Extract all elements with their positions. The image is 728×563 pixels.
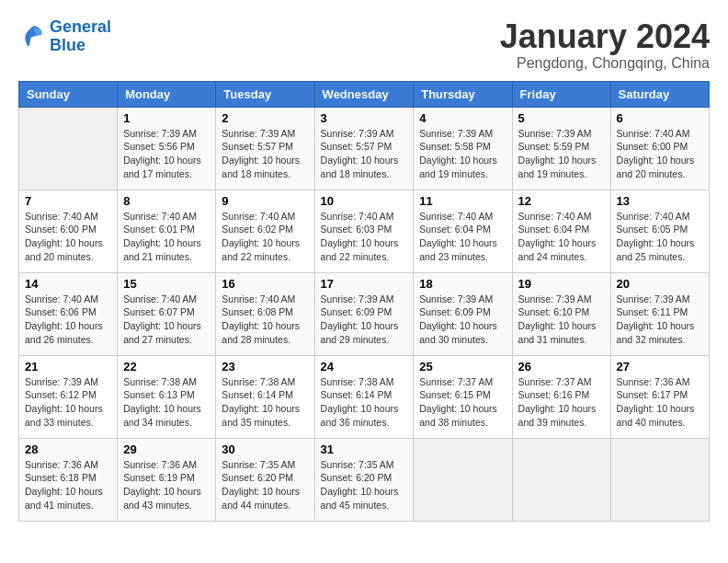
calendar-cell: 15Sunrise: 7:40 AMSunset: 6:07 PMDayligh… xyxy=(118,272,216,355)
day-number: 24 xyxy=(321,360,408,373)
calendar-cell: 24Sunrise: 7:38 AMSunset: 6:14 PMDayligh… xyxy=(314,355,414,438)
calendar-cell: 11Sunrise: 7:40 AMSunset: 6:04 PMDayligh… xyxy=(414,190,512,272)
day-number: 26 xyxy=(518,360,605,373)
day-number: 18 xyxy=(419,277,506,291)
day-info: Sunrise: 7:39 AMSunset: 5:58 PMDaylight:… xyxy=(419,127,506,181)
day-number: 29 xyxy=(123,442,210,456)
calendar-cell: 20Sunrise: 7:39 AMSunset: 6:11 PMDayligh… xyxy=(610,272,709,355)
day-info: Sunrise: 7:39 AMSunset: 6:09 PMDaylight:… xyxy=(419,293,506,347)
day-number: 6 xyxy=(617,111,703,125)
day-number: 13 xyxy=(617,194,703,208)
calendar-cell: 6Sunrise: 7:40 AMSunset: 6:00 PMDaylight… xyxy=(610,107,709,190)
calendar-cell: 7Sunrise: 7:40 AMSunset: 6:00 PMDaylight… xyxy=(19,190,118,272)
day-info: Sunrise: 7:36 AMSunset: 6:17 PMDaylight:… xyxy=(617,375,703,430)
calendar-cell xyxy=(512,438,610,521)
calendar-cell xyxy=(19,107,118,190)
calendar-cell xyxy=(414,438,512,521)
day-number: 17 xyxy=(321,277,408,291)
day-number: 20 xyxy=(617,277,703,291)
calendar-cell: 29Sunrise: 7:36 AMSunset: 6:19 PMDayligh… xyxy=(118,438,216,521)
day-info: Sunrise: 7:40 AMSunset: 6:00 PMDaylight:… xyxy=(617,127,703,181)
logo-text: General Blue xyxy=(50,18,111,55)
day-number: 31 xyxy=(321,442,408,456)
day-number: 14 xyxy=(25,277,111,291)
day-info: Sunrise: 7:39 AMSunset: 5:57 PMDaylight:… xyxy=(222,127,308,181)
day-number: 4 xyxy=(419,111,506,125)
calendar-cell: 14Sunrise: 7:40 AMSunset: 6:06 PMDayligh… xyxy=(19,272,118,355)
day-number: 16 xyxy=(222,277,308,291)
day-info: Sunrise: 7:40 AMSunset: 6:01 PMDaylight:… xyxy=(123,210,210,264)
day-number: 8 xyxy=(123,194,210,208)
location: Pengdong, Chongqing, China xyxy=(500,55,710,72)
day-info: Sunrise: 7:38 AMSunset: 6:14 PMDaylight:… xyxy=(222,375,308,430)
day-info: Sunrise: 7:39 AMSunset: 5:57 PMDaylight:… xyxy=(321,127,408,181)
day-info: Sunrise: 7:37 AMSunset: 6:15 PMDaylight:… xyxy=(419,375,506,430)
title-block: January 2024 Pengdong, Chongqing, China xyxy=(500,18,710,72)
calendar-cell: 31Sunrise: 7:35 AMSunset: 6:20 PMDayligh… xyxy=(314,438,414,521)
day-info: Sunrise: 7:39 AMSunset: 6:12 PMDaylight:… xyxy=(25,375,111,430)
calendar-cell: 2Sunrise: 7:39 AMSunset: 5:57 PMDaylight… xyxy=(216,107,314,190)
month-title: January 2024 xyxy=(500,18,710,55)
day-info: Sunrise: 7:39 AMSunset: 5:59 PMDaylight:… xyxy=(518,127,605,181)
day-number: 5 xyxy=(518,111,605,125)
calendar-cell: 5Sunrise: 7:39 AMSunset: 5:59 PMDaylight… xyxy=(512,107,610,190)
calendar-cell: 13Sunrise: 7:40 AMSunset: 6:05 PMDayligh… xyxy=(610,190,709,272)
day-info: Sunrise: 7:38 AMSunset: 6:14 PMDaylight:… xyxy=(321,375,408,430)
day-info: Sunrise: 7:38 AMSunset: 6:13 PMDaylight:… xyxy=(123,375,210,430)
calendar-cell: 1Sunrise: 7:39 AMSunset: 5:56 PMDaylight… xyxy=(118,107,216,190)
header-sunday: Sunday xyxy=(19,81,118,107)
day-number: 19 xyxy=(518,277,605,291)
day-info: Sunrise: 7:40 AMSunset: 6:08 PMDaylight:… xyxy=(222,293,308,347)
header-tuesday: Tuesday xyxy=(216,81,314,107)
day-info: Sunrise: 7:40 AMSunset: 6:07 PMDaylight:… xyxy=(123,293,210,347)
calendar-cell: 8Sunrise: 7:40 AMSunset: 6:01 PMDaylight… xyxy=(118,190,216,272)
day-info: Sunrise: 7:39 AMSunset: 6:10 PMDaylight:… xyxy=(518,293,605,347)
calendar-cell: 25Sunrise: 7:37 AMSunset: 6:15 PMDayligh… xyxy=(414,355,512,438)
day-info: Sunrise: 7:39 AMSunset: 6:09 PMDaylight:… xyxy=(321,293,408,347)
logo: General Blue xyxy=(18,18,111,55)
calendar-cell: 10Sunrise: 7:40 AMSunset: 6:03 PMDayligh… xyxy=(314,190,414,272)
day-info: Sunrise: 7:40 AMSunset: 6:04 PMDaylight:… xyxy=(419,210,506,264)
calendar-cell: 23Sunrise: 7:38 AMSunset: 6:14 PMDayligh… xyxy=(216,355,314,438)
calendar-cell: 9Sunrise: 7:40 AMSunset: 6:02 PMDaylight… xyxy=(216,190,314,272)
calendar-table: SundayMondayTuesdayWednesdayThursdayFrid… xyxy=(18,81,710,522)
day-info: Sunrise: 7:35 AMSunset: 6:20 PMDaylight:… xyxy=(321,458,408,512)
day-info: Sunrise: 7:36 AMSunset: 6:18 PMDaylight:… xyxy=(25,458,111,512)
day-number: 3 xyxy=(321,111,408,125)
day-info: Sunrise: 7:39 AMSunset: 5:56 PMDaylight:… xyxy=(123,127,210,181)
day-number: 23 xyxy=(222,360,308,373)
calendar-cell: 22Sunrise: 7:38 AMSunset: 6:13 PMDayligh… xyxy=(118,355,216,438)
calendar-header: SundayMondayTuesdayWednesdayThursdayFrid… xyxy=(19,81,710,107)
calendar-cell: 19Sunrise: 7:39 AMSunset: 6:10 PMDayligh… xyxy=(512,272,610,355)
day-info: Sunrise: 7:40 AMSunset: 6:00 PMDaylight:… xyxy=(25,210,111,264)
calendar-cell: 30Sunrise: 7:35 AMSunset: 6:20 PMDayligh… xyxy=(216,438,314,521)
day-info: Sunrise: 7:36 AMSunset: 6:19 PMDaylight:… xyxy=(123,458,210,512)
day-number: 15 xyxy=(123,277,210,291)
header-saturday: Saturday xyxy=(610,81,709,107)
day-info: Sunrise: 7:35 AMSunset: 6:20 PMDaylight:… xyxy=(222,458,308,512)
day-info: Sunrise: 7:40 AMSunset: 6:06 PMDaylight:… xyxy=(25,293,111,347)
day-info: Sunrise: 7:40 AMSunset: 6:05 PMDaylight:… xyxy=(617,210,703,264)
day-number: 7 xyxy=(25,194,111,208)
calendar-cell: 12Sunrise: 7:40 AMSunset: 6:04 PMDayligh… xyxy=(512,190,610,272)
calendar-cell xyxy=(610,438,709,521)
day-info: Sunrise: 7:40 AMSunset: 6:04 PMDaylight:… xyxy=(518,210,605,264)
page-header: General Blue January 2024 Pengdong, Chon… xyxy=(18,18,710,72)
logo-icon xyxy=(18,23,46,51)
day-number: 30 xyxy=(222,442,308,456)
calendar-cell: 27Sunrise: 7:36 AMSunset: 6:17 PMDayligh… xyxy=(610,355,709,438)
day-info: Sunrise: 7:40 AMSunset: 6:02 PMDaylight:… xyxy=(222,210,308,264)
day-info: Sunrise: 7:39 AMSunset: 6:11 PMDaylight:… xyxy=(617,293,703,347)
day-number: 9 xyxy=(222,194,308,208)
calendar-cell: 17Sunrise: 7:39 AMSunset: 6:09 PMDayligh… xyxy=(314,272,414,355)
calendar-cell: 4Sunrise: 7:39 AMSunset: 5:58 PMDaylight… xyxy=(414,107,512,190)
day-info: Sunrise: 7:40 AMSunset: 6:03 PMDaylight:… xyxy=(321,210,408,264)
day-number: 2 xyxy=(222,111,308,125)
day-number: 21 xyxy=(25,360,111,373)
day-number: 1 xyxy=(123,111,210,125)
calendar-cell: 16Sunrise: 7:40 AMSunset: 6:08 PMDayligh… xyxy=(216,272,314,355)
day-number: 25 xyxy=(419,360,506,373)
calendar-cell: 26Sunrise: 7:37 AMSunset: 6:16 PMDayligh… xyxy=(512,355,610,438)
calendar-cell: 28Sunrise: 7:36 AMSunset: 6:18 PMDayligh… xyxy=(19,438,118,521)
header-friday: Friday xyxy=(512,81,610,107)
